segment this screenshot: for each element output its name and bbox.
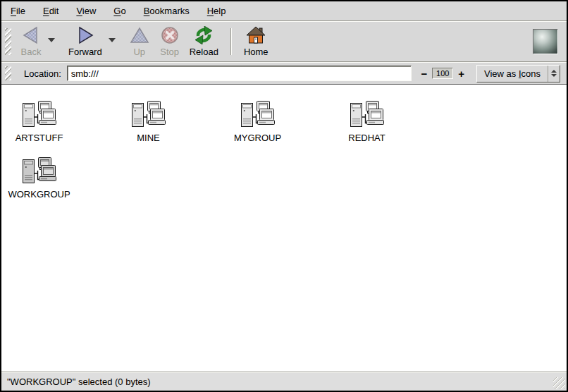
menu-edit[interactable]: Edit xyxy=(37,2,65,20)
location-bar: Location: − 100 + View as Icons xyxy=(1,62,567,84)
view-as-dropdown[interactable]: View as Icons xyxy=(476,65,560,82)
network-workgroup-item[interactable]: MYGROUP xyxy=(203,100,312,157)
toolbar-separator xyxy=(230,28,232,55)
stop-label: Stop xyxy=(160,47,179,57)
menubar: File Edit View Go Bookmarks Help xyxy=(1,1,567,21)
menu-help[interactable]: Help xyxy=(201,2,233,20)
file-manager-window: File Edit View Go Bookmarks Help Back xyxy=(0,0,568,392)
up-button[interactable]: Up xyxy=(124,24,155,59)
reload-button[interactable]: Reload xyxy=(185,24,223,59)
up-label: Up xyxy=(133,47,145,57)
zoom-in-button[interactable]: + xyxy=(456,68,467,79)
forward-history-dropdown-icon[interactable] xyxy=(109,38,116,42)
back-history-dropdown-icon[interactable] xyxy=(48,38,55,42)
resize-grip-icon[interactable] xyxy=(553,377,565,389)
icon-label: ARTSTUFF xyxy=(16,133,63,143)
zoom-controls: − 100 + xyxy=(419,68,467,79)
dropdown-arrows-icon xyxy=(548,66,560,82)
home-icon xyxy=(245,25,266,46)
stop-icon xyxy=(160,25,180,46)
back-label: Back xyxy=(21,47,42,57)
network-workgroup-icon xyxy=(350,100,385,130)
icon-label: REDHAT xyxy=(348,133,385,143)
toolbar-drag-handle[interactable] xyxy=(5,28,11,55)
icon-label: WORKGROUP xyxy=(8,189,70,200)
icon-grid: ARTSTUFF xyxy=(1,85,441,213)
forward-icon xyxy=(75,25,96,46)
home-label: Home xyxy=(244,47,268,57)
toolbar: Back Forward Up xyxy=(1,21,567,62)
network-workgroup-icon xyxy=(22,157,57,186)
locationbar-drag-handle[interactable] xyxy=(5,66,11,80)
view-as-label: View as Icons xyxy=(477,66,548,82)
network-workgroup-item[interactable]: WORKGROUP xyxy=(1,157,94,213)
network-workgroup-icon xyxy=(240,100,276,130)
home-button[interactable]: Home xyxy=(239,24,273,59)
icon-label: MYGROUP xyxy=(234,133,281,143)
back-icon xyxy=(20,25,42,46)
forward-button[interactable]: Forward xyxy=(63,24,107,59)
menu-go[interactable]: Go xyxy=(107,2,132,20)
back-button[interactable]: Back xyxy=(16,24,47,59)
forward-label: Forward xyxy=(68,47,102,57)
icon-label: MINE xyxy=(137,133,160,143)
status-text: "WORKGROUP" selected (0 bytes) xyxy=(7,376,151,387)
zoom-level-indicator: 100 xyxy=(432,68,453,79)
reload-label: Reload xyxy=(190,47,218,57)
network-workgroup-item[interactable]: MINE xyxy=(94,100,203,157)
reload-icon xyxy=(192,25,215,46)
up-icon xyxy=(129,25,150,46)
network-workgroup-icon xyxy=(22,100,57,130)
stop-button[interactable]: Stop xyxy=(155,24,185,59)
menu-bookmarks[interactable]: Bookmarks xyxy=(137,2,196,20)
network-workgroup-icon xyxy=(131,100,166,130)
status-bar: "WORKGROUP" selected (0 bytes) xyxy=(1,372,567,391)
menu-file[interactable]: File xyxy=(4,2,32,20)
icon-view[interactable]: ARTSTUFF xyxy=(1,84,567,372)
menu-view[interactable]: View xyxy=(70,2,102,20)
location-label: Location: xyxy=(24,68,61,79)
throbber-icon xyxy=(533,29,558,54)
location-input[interactable] xyxy=(67,66,412,81)
network-workgroup-item[interactable]: REDHAT xyxy=(312,100,421,157)
zoom-out-button[interactable]: − xyxy=(419,68,429,79)
network-workgroup-item[interactable]: ARTSTUFF xyxy=(1,100,94,157)
